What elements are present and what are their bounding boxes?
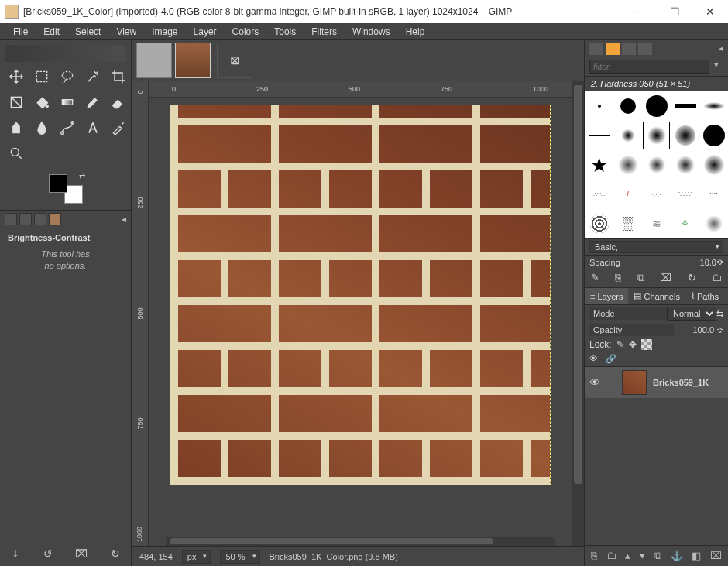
layer-visibility-icon[interactable]: 👁 [589, 376, 600, 389]
lock-alpha-icon[interactable] [641, 339, 652, 350]
brush-item[interactable] [585, 91, 613, 121]
brush-open-icon[interactable]: 🗀 [712, 272, 722, 284]
brush-item[interactable] [613, 121, 642, 150]
menu-edit[interactable]: Edit [36, 24, 67, 39]
transform-tool[interactable] [5, 91, 28, 114]
menu-layer[interactable]: Layer [187, 24, 224, 39]
tab-channels[interactable]: ▤Channels [628, 288, 685, 304]
brush-item[interactable]: ·.·.· [642, 180, 671, 209]
dock-menu-icon[interactable]: ◂ [122, 214, 126, 225]
brush-item[interactable] [642, 91, 671, 121]
brush-item[interactable] [699, 209, 728, 238]
restore-preset-icon[interactable]: ↺ [43, 547, 53, 560]
brush-delete-icon[interactable]: ⌧ [660, 272, 671, 284]
lock-pixels-icon[interactable]: ✎ [616, 339, 624, 350]
menu-image[interactable]: Image [145, 24, 184, 39]
status-zoom-combo[interactable]: 50 % [220, 550, 259, 564]
brush-filter-dropdown-icon[interactable]: ▾ [709, 60, 723, 74]
clone-tool[interactable] [5, 116, 28, 139]
layer-new-icon[interactable]: ⎘ [591, 550, 597, 562]
menu-colors[interactable]: Colors [225, 24, 266, 39]
lock-position-icon[interactable]: ✥ [629, 339, 637, 350]
image-tab-1[interactable] [136, 43, 172, 78]
brush-item[interactable]: / [613, 180, 642, 209]
dock-tab-device[interactable] [19, 213, 32, 225]
layer-duplicate-icon[interactable]: ⧉ [654, 550, 661, 562]
image-tab-2[interactable] [175, 43, 211, 78]
brush-item[interactable] [671, 121, 699, 150]
free-select-tool[interactable] [56, 65, 79, 88]
brush-item[interactable]: ∴∵∴ [585, 180, 613, 209]
close-tab-button[interactable]: ⊠ [217, 43, 252, 78]
status-unit-combo[interactable]: px [182, 550, 211, 564]
tab-layers[interactable]: ≡Layers [585, 288, 628, 304]
brush-item[interactable] [642, 150, 671, 180]
brush-item[interactable]: ▒ [613, 209, 642, 238]
brush-grid[interactable]: ★ ∴∵∴ / ·.·.· ∵∴∵ :::: ▒ ≋ ⚘ [585, 91, 728, 238]
brush-item[interactable] [699, 91, 728, 121]
brush-item[interactable]: ∵∴∵ [671, 180, 699, 209]
move-tool[interactable] [5, 65, 28, 88]
close-button[interactable]: ✕ [692, 0, 728, 23]
vertical-scrollbar[interactable] [572, 81, 584, 546]
canvas-image[interactable] [170, 105, 550, 485]
layer-thumbnail[interactable] [622, 370, 647, 395]
brush-item[interactable] [671, 150, 699, 180]
menu-tools[interactable]: Tools [267, 24, 303, 39]
reset-preset-icon[interactable]: ↻ [111, 547, 120, 560]
brush-item[interactable]: :::: [699, 180, 728, 209]
menu-help[interactable]: Help [399, 24, 432, 39]
canvas[interactable] [149, 98, 572, 537]
bucket-fill-tool[interactable] [30, 91, 53, 114]
zoom-tool[interactable] [5, 142, 28, 165]
brush-new-icon[interactable]: ⎘ [615, 272, 621, 284]
brush-edit-icon[interactable]: ✎ [591, 272, 599, 284]
dock-menu-icon[interactable]: ◂ [719, 43, 723, 53]
dock-tab-options[interactable] [5, 213, 17, 225]
layer-opacity-value[interactable]: 100.0 [674, 325, 716, 334]
brush-item[interactable] [613, 91, 642, 121]
vertical-ruler[interactable]: 0 250 500 750 1000 [132, 81, 149, 546]
layer-delete-icon[interactable]: ⌧ [710, 550, 722, 562]
dock-tab-history[interactable] [638, 43, 652, 55]
brush-item[interactable] [585, 209, 613, 238]
brush-item[interactable]: ★ [585, 150, 613, 180]
brush-filter-input[interactable] [589, 60, 709, 74]
layer-name[interactable]: Bricks059_1K [653, 378, 709, 387]
text-tool[interactable] [81, 116, 105, 139]
brush-item[interactable]: ≋ [642, 209, 671, 238]
layer-list[interactable]: 👁 Bricks059_1K [585, 367, 728, 545]
layer-row[interactable]: 👁 Bricks059_1K [585, 367, 728, 398]
layer-dock-menu-icon[interactable]: ◂ [724, 288, 728, 304]
paintbrush-tool[interactable] [81, 91, 105, 114]
brush-item[interactable]: ⚘ [671, 209, 699, 238]
dock-tab-history[interactable] [34, 213, 46, 225]
brush-spacing-value[interactable]: 10.0 [684, 258, 716, 267]
brush-refresh-icon[interactable]: ↻ [688, 272, 696, 284]
horizontal-ruler[interactable]: 0 250 500 750 1000 [149, 81, 572, 98]
mode-switch-icon[interactable]: ⇆ [716, 309, 723, 319]
brush-item[interactable] [613, 150, 642, 180]
layer-mask-icon[interactable]: ◧ [692, 550, 701, 562]
paths-tool[interactable] [56, 116, 79, 139]
gradient-tool[interactable] [56, 91, 79, 114]
brush-duplicate-icon[interactable]: ⧉ [637, 272, 644, 284]
minimize-button[interactable]: ─ [621, 0, 657, 23]
rect-select-tool[interactable] [30, 65, 53, 88]
fuzzy-select-tool[interactable] [81, 65, 105, 88]
layer-merge-icon[interactable]: ⚓ [671, 550, 683, 562]
brush-item[interactable] [671, 91, 699, 121]
menu-select[interactable]: Select [68, 24, 108, 39]
eraser-tool[interactable] [107, 91, 130, 114]
dock-tab-patterns[interactable] [606, 43, 620, 55]
crop-tool[interactable] [107, 65, 130, 88]
swap-colors-icon[interactable]: ⇄ [79, 172, 85, 180]
menu-view[interactable]: View [109, 24, 143, 39]
layer-mode-combo[interactable]: Normal [667, 307, 716, 321]
menu-file[interactable]: File [6, 24, 35, 39]
smudge-tool[interactable] [30, 116, 53, 139]
brush-item[interactable] [585, 121, 613, 150]
maximize-button[interactable]: ☐ [657, 0, 692, 23]
layer-group-icon[interactable]: 🗀 [606, 550, 616, 562]
fg-color-swatch[interactable] [49, 174, 67, 193]
